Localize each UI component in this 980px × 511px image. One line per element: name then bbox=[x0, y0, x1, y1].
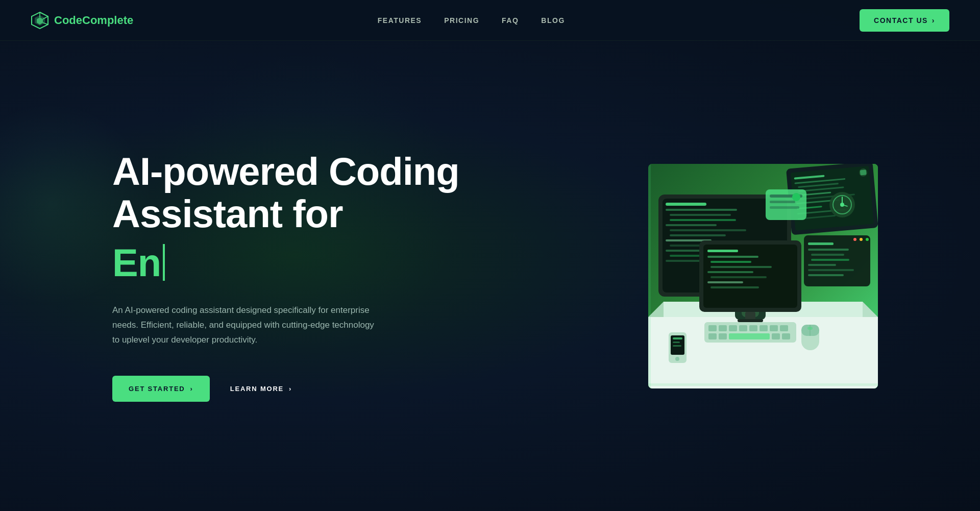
svg-rect-39 bbox=[770, 201, 795, 203]
svg-rect-77 bbox=[772, 333, 780, 339]
illustration-container bbox=[648, 164, 878, 388]
hero-title-line2: Assistant for bbox=[112, 192, 459, 235]
nav-link-pricing[interactable]: PRICING bbox=[444, 16, 479, 25]
illustration-svg bbox=[648, 164, 878, 388]
logo-complete-part: Complete bbox=[82, 14, 133, 27]
hero-buttons: GET STARTED › LEARN MORE › bbox=[112, 376, 459, 402]
svg-rect-61 bbox=[707, 281, 743, 283]
svg-rect-96 bbox=[808, 274, 844, 276]
learn-more-arrow: › bbox=[289, 385, 292, 393]
nav-item-faq[interactable]: FAQ bbox=[502, 16, 519, 25]
svg-rect-27 bbox=[666, 224, 717, 226]
nav-link-blog[interactable]: BLOG bbox=[541, 16, 565, 25]
svg-rect-90 bbox=[808, 242, 834, 245]
svg-rect-67 bbox=[719, 325, 727, 331]
svg-rect-78 bbox=[782, 333, 790, 339]
logo-text: CodeComplete bbox=[54, 14, 133, 27]
svg-rect-72 bbox=[770, 325, 778, 331]
svg-rect-92 bbox=[811, 254, 844, 256]
svg-rect-82 bbox=[807, 327, 813, 330]
nav-item-pricing[interactable]: PRICING bbox=[444, 16, 479, 25]
hero-title-line1: AI-powered Coding bbox=[112, 150, 459, 193]
svg-rect-68 bbox=[729, 325, 737, 331]
svg-rect-64 bbox=[738, 319, 763, 322]
svg-rect-20 bbox=[860, 169, 867, 175]
svg-rect-60 bbox=[710, 276, 767, 278]
svg-rect-106 bbox=[648, 383, 878, 386]
svg-point-41 bbox=[792, 193, 800, 201]
get-started-label: GET STARTED bbox=[129, 385, 185, 393]
nav-item-features[interactable]: FEATURES bbox=[378, 16, 422, 25]
navbar: CodeComplete FEATURES PRICING FAQ BLOG C… bbox=[0, 0, 980, 41]
svg-rect-85 bbox=[673, 337, 682, 339]
contact-btn-label: CONTACT US bbox=[874, 16, 928, 25]
svg-rect-24 bbox=[666, 209, 737, 211]
hero-illustration bbox=[648, 164, 878, 388]
svg-rect-40 bbox=[770, 206, 799, 209]
hero-section: AI-powered Coding Assistant for En An AI… bbox=[0, 41, 980, 511]
svg-rect-71 bbox=[760, 325, 768, 331]
hero-typed-line: En bbox=[112, 240, 459, 285]
svg-rect-95 bbox=[808, 269, 854, 271]
learn-more-label: LEARN MORE bbox=[230, 385, 284, 393]
svg-rect-66 bbox=[708, 325, 717, 331]
get-started-arrow: › bbox=[190, 385, 193, 393]
svg-rect-23 bbox=[666, 203, 706, 206]
svg-rect-63 bbox=[745, 312, 755, 320]
svg-point-88 bbox=[675, 357, 679, 361]
svg-rect-69 bbox=[739, 325, 747, 331]
nav-link-features[interactable]: FEATURES bbox=[378, 16, 422, 25]
svg-rect-73 bbox=[780, 325, 788, 331]
svg-rect-105 bbox=[648, 164, 651, 388]
svg-rect-59 bbox=[707, 271, 753, 273]
hero-description: An AI-powered coding assistant designed … bbox=[112, 303, 378, 348]
coding-illustration bbox=[648, 164, 878, 388]
svg-rect-58 bbox=[710, 266, 772, 268]
svg-rect-28 bbox=[670, 229, 746, 231]
svg-rect-56 bbox=[707, 256, 758, 258]
svg-rect-94 bbox=[808, 264, 836, 266]
svg-rect-29 bbox=[670, 234, 726, 236]
svg-rect-74 bbox=[708, 333, 717, 339]
svg-rect-93 bbox=[811, 259, 849, 261]
logo-code-part: Code bbox=[54, 14, 82, 27]
get-started-button[interactable]: GET STARTED › bbox=[112, 376, 210, 402]
svg-point-98 bbox=[860, 238, 863, 241]
svg-point-97 bbox=[853, 238, 856, 241]
svg-rect-76 bbox=[729, 333, 770, 339]
contact-us-button[interactable]: CONTACT US › bbox=[860, 9, 949, 32]
learn-more-button[interactable]: LEARN MORE › bbox=[230, 376, 292, 402]
typing-cursor bbox=[163, 244, 165, 281]
svg-point-99 bbox=[866, 238, 869, 241]
nav-item-blog[interactable]: BLOG bbox=[541, 16, 565, 25]
svg-rect-75 bbox=[719, 333, 727, 339]
nav-links: FEATURES PRICING FAQ BLOG bbox=[378, 16, 565, 25]
svg-rect-91 bbox=[808, 249, 849, 251]
typed-text: En bbox=[112, 240, 161, 285]
svg-rect-62 bbox=[710, 286, 759, 288]
svg-rect-25 bbox=[670, 214, 731, 216]
svg-rect-55 bbox=[707, 250, 738, 252]
logo-icon bbox=[31, 11, 49, 30]
svg-rect-86 bbox=[673, 342, 680, 343]
svg-rect-37 bbox=[766, 189, 806, 220]
contact-btn-arrow: › bbox=[932, 16, 935, 25]
hero-content: AI-powered Coding Assistant for En An AI… bbox=[112, 150, 459, 402]
logo[interactable]: CodeComplete bbox=[31, 11, 133, 30]
svg-rect-87 bbox=[673, 345, 681, 347]
svg-rect-57 bbox=[710, 261, 751, 263]
svg-rect-26 bbox=[670, 219, 736, 221]
svg-rect-70 bbox=[749, 325, 757, 331]
nav-link-faq[interactable]: FAQ bbox=[502, 16, 519, 25]
